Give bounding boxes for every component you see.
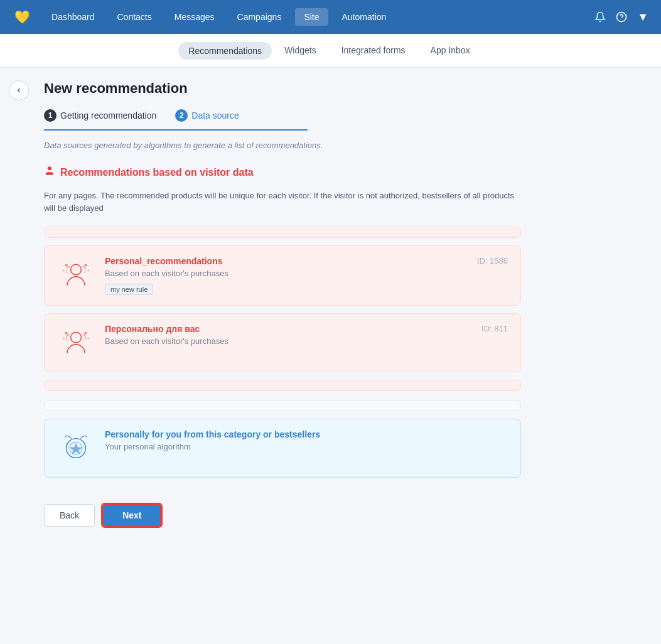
notification-bell-button[interactable] [594, 11, 606, 23]
step-2: 2 Data source [175, 109, 239, 122]
recommendation-card-2[interactable]: Персонально для вас Based on each visito… [44, 313, 521, 372]
back-button[interactable]: Back [44, 504, 95, 527]
svg-point-7 [63, 270, 65, 272]
subnav-recommendations[interactable]: Recommendations [178, 42, 272, 60]
svg-point-11 [65, 332, 68, 335]
svg-point-3 [71, 264, 82, 275]
svg-point-8 [71, 332, 82, 343]
bottom-actions: Back Next [44, 504, 521, 527]
step-1-label: Getting recommendation [60, 110, 156, 121]
person-icon [44, 165, 55, 180]
card-2-id: ID: 811 [469, 324, 508, 333]
svg-point-10 [87, 338, 89, 340]
steps-bar: 1 Getting recommendation 2 Data source [44, 109, 308, 131]
top-nav: 💛 Dashboard Contacts Messages Campaigns … [0, 0, 661, 34]
svg-marker-15 [70, 443, 83, 455]
step-1: 1 Getting recommendation [44, 109, 156, 122]
section-gap [44, 391, 521, 400]
subnav-widgets[interactable]: Widgets [272, 35, 329, 67]
subnav-app-inbox[interactable]: App Inbox [418, 35, 483, 67]
card-3-body: Personally for you from this category or… [105, 429, 508, 456]
page-content: New recommendation 1 Getting recommendat… [0, 68, 661, 545]
section-header: Recommendations based on visitor data [44, 165, 521, 180]
logo-icon: 💛 [14, 9, 30, 24]
card-1-subtitle: Based on each visitor's purchases [105, 269, 454, 278]
next-button[interactable]: Next [102, 504, 161, 527]
svg-point-5 [87, 270, 89, 272]
card-1-title: Personal_recommendations [105, 256, 454, 266]
nav-item-contacts[interactable]: Contacts [109, 8, 161, 26]
sub-nav: Recommendations Widgets Integrated forms… [0, 34, 661, 68]
partial-card-bottom-pink [44, 380, 521, 391]
card-1-icon [57, 256, 95, 294]
svg-point-9 [84, 332, 87, 335]
card-3-title: Personally for you from this category or… [105, 429, 508, 439]
nav-item-automation[interactable]: Automation [333, 8, 395, 26]
card-2-title: Персонально для вас [105, 324, 459, 334]
card-2-subtitle: Based on each visitor's purchases [105, 336, 459, 346]
nav-right: ▼ [594, 11, 648, 24]
subtitle-text: Data sources generated by algorithms to … [44, 141, 521, 150]
recommendation-card-1[interactable]: Personal_recommendations Based on each v… [44, 245, 521, 306]
card-1-body: Personal_recommendations Based on each v… [105, 256, 454, 295]
nav-item-campaigns[interactable]: Campaigns [228, 8, 291, 26]
step-2-num: 2 [175, 109, 188, 122]
card-1-badge: my new rule [105, 284, 153, 295]
card-2-body: Персонально для вас Based on each visito… [105, 324, 459, 351]
svg-point-2 [48, 166, 51, 170]
nav-logo: 💛 [13, 8, 31, 26]
svg-point-4 [84, 264, 87, 267]
card-2-icon [57, 324, 95, 362]
partial-card-top [44, 227, 521, 238]
nav-item-site[interactable]: Site [295, 8, 328, 26]
card-1-id: ID: 1586 [465, 256, 508, 266]
nav-item-messages[interactable]: Messages [166, 8, 223, 26]
svg-point-6 [65, 264, 68, 267]
help-button[interactable] [616, 11, 627, 23]
back-sidebar [0, 68, 38, 545]
step-1-num: 1 [44, 109, 56, 122]
nav-item-dashboard[interactable]: Dashboard [43, 8, 104, 26]
main-area: New recommendation 1 Getting recommendat… [38, 68, 540, 545]
back-circle-button[interactable] [9, 80, 29, 100]
subnav-integrated-forms[interactable]: Integrated forms [329, 35, 418, 67]
cards-scroll-area: Personal_recommendations Based on each v… [44, 227, 521, 485]
page-title: New recommendation [44, 80, 521, 97]
section-description: For any pages. The recommended products … [44, 190, 521, 214]
section-title: Recommendations based on visitor data [60, 167, 254, 178]
step-2-label: Data source [191, 110, 239, 121]
recommendation-card-3[interactable]: Personally for you from this category or… [44, 419, 521, 478]
partial-card-grey [44, 400, 521, 411]
card-3-icon [57, 429, 95, 467]
svg-point-12 [63, 338, 65, 340]
card-3-subtitle: Your personal algorithm [105, 442, 508, 451]
nav-dropdown-icon[interactable]: ▼ [637, 11, 648, 24]
